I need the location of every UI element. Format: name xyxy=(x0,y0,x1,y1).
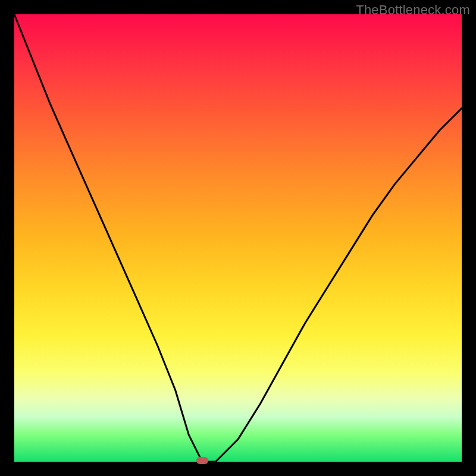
optimal-marker xyxy=(196,457,208,464)
chart-frame: TheBottleneck.com xyxy=(0,0,476,476)
plot-area xyxy=(14,14,462,462)
bottleneck-curve xyxy=(14,14,462,462)
